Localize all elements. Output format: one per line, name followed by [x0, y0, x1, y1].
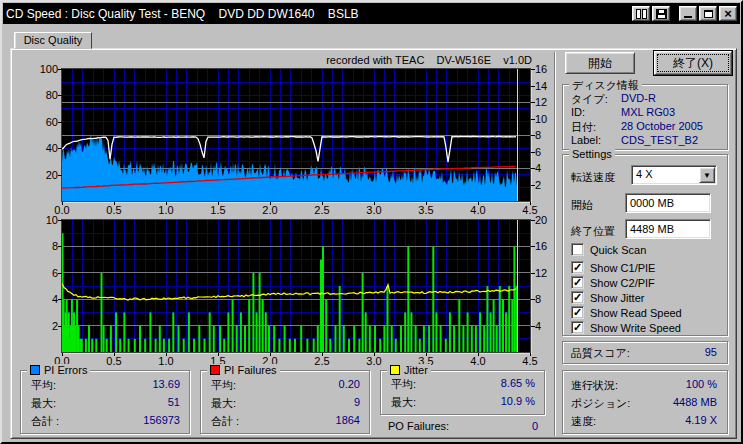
axis-tick-label: 1.0	[151, 355, 181, 367]
stat-label: 平均:	[31, 378, 56, 393]
check-icon: ✓	[573, 262, 582, 273]
stat-label: 平均:	[391, 377, 416, 392]
axis-tick-label: 0.5	[99, 355, 129, 367]
disc-type-label: タイプ:	[571, 92, 608, 107]
axis-tick-label: 40	[24, 142, 58, 154]
progress-box: 進行状況: 100 % ポジション: 4488 MB 速度: 4.19 X	[562, 370, 728, 434]
axis-tick-label: 20	[535, 214, 561, 226]
pi-errors-speed-chart	[61, 68, 531, 202]
disc-info-group: ディスク情報 タイプ: DVD-R ID: MXL RG03 日付: 28 Oc…	[562, 84, 728, 150]
show-write-speed-label: Show Write Speed	[590, 322, 681, 334]
pages-icon	[636, 9, 647, 19]
axis-tick-label: 6	[24, 267, 58, 279]
chevron-down-icon[interactable]: ▼	[699, 167, 715, 183]
minimize-icon	[684, 16, 692, 18]
close-button[interactable]: ×	[719, 6, 737, 21]
axis-tick-mark	[58, 326, 62, 327]
axis-tick-label: 12	[535, 267, 561, 279]
end-position-field[interactable]	[625, 219, 711, 239]
start-position-field[interactable]	[625, 193, 711, 213]
position-label: ポジション:	[571, 396, 630, 411]
start-button[interactable]: 開始	[565, 52, 635, 74]
axis-tick-label: 6	[535, 146, 561, 158]
axis-tick-label: 2.5	[307, 204, 337, 216]
pi-errors-title: PI Errors	[44, 364, 87, 376]
jitter-swatch-icon	[390, 365, 400, 375]
axis-tick-label: 4.0	[463, 204, 493, 216]
po-failures-row: PO Failures: 0	[388, 420, 538, 434]
show-jitter-checkbox[interactable]: ✓	[571, 291, 584, 304]
show-c1-pie-label: Show C1/PIE	[590, 262, 655, 274]
axis-tick-label: 80	[24, 89, 58, 101]
axis-tick-label: 0.5	[99, 204, 129, 216]
axis-tick-mark	[58, 246, 62, 247]
axis-tick-label: 8	[535, 129, 561, 141]
check-icon: ✓	[573, 277, 582, 288]
axis-tick-label: 10	[535, 113, 561, 125]
quick-scan-checkbox[interactable]	[571, 243, 584, 256]
maximize-button[interactable]	[699, 6, 717, 21]
axis-tick-mark	[62, 202, 63, 205]
stat-row: 最大:9	[211, 396, 360, 410]
maximize-icon	[704, 10, 713, 18]
axis-tick-label: 3.0	[359, 355, 389, 367]
stat-label: 合計 :	[31, 414, 59, 429]
axis-tick-mark	[531, 246, 535, 247]
axis-tick-mark	[58, 95, 62, 96]
axis-tick-mark	[531, 168, 535, 169]
transfer-speed-label: 転送速度	[571, 170, 615, 185]
axis-tick-mark	[166, 202, 167, 205]
minimize-button[interactable]	[679, 6, 697, 21]
axis-tick-mark	[322, 353, 323, 356]
show-c2-pif-checkbox[interactable]: ✓	[571, 276, 584, 289]
axis-tick-label: 4	[535, 320, 561, 332]
axis-tick-mark	[58, 122, 62, 123]
progress-value: 100 %	[686, 378, 717, 390]
stat-value: 9	[354, 396, 360, 408]
po-failures-value: 0	[532, 420, 538, 432]
axis-tick-mark	[478, 202, 479, 205]
quick-scan-label: Quick Scan	[590, 244, 646, 256]
end-position-label: 終了位置	[571, 224, 615, 239]
disc-date-value: 28 October 2005	[621, 120, 703, 132]
stat-value: 10.9 %	[501, 395, 535, 407]
axis-tick-label: 4	[24, 293, 58, 305]
disc-label-value: CDS_TEST_B2	[621, 134, 698, 146]
axis-tick-mark	[531, 86, 535, 87]
axis-tick-label: 60	[24, 116, 58, 128]
save-button[interactable]	[652, 6, 670, 21]
axis-tick-mark	[531, 220, 535, 221]
vertical-separator	[554, 52, 556, 436]
stat-value: 156973	[143, 414, 180, 426]
stat-value: 13.69	[152, 378, 180, 390]
axis-tick-mark	[218, 202, 219, 205]
tab-disc-quality[interactable]: Disc Quality	[14, 32, 92, 49]
axis-tick-label: 3.5	[411, 204, 441, 216]
exit-button[interactable]: 終了(X)	[653, 50, 733, 76]
pi-errors-stats-box: PI Errors 平均:13.69 最大:51 合計 :156973	[20, 370, 190, 434]
titlebar-buttons: ×	[632, 6, 737, 21]
axis-tick-label: 1.0	[151, 204, 181, 216]
axis-tick-mark	[531, 152, 535, 153]
show-c2-pif-label: Show C2/PIF	[590, 277, 655, 289]
axis-tick-label: 2	[535, 179, 561, 191]
axis-tick-mark	[531, 273, 535, 274]
position-value: 4488 MB	[673, 396, 717, 408]
show-write-speed-checkbox[interactable]: ✓	[571, 321, 584, 334]
show-read-speed-checkbox[interactable]: ✓	[571, 306, 584, 319]
show-c1-pie-checkbox[interactable]: ✓	[571, 261, 584, 274]
stat-row: 最大:51	[31, 396, 180, 410]
stat-value: 1864	[336, 414, 360, 426]
pi-failures-title: PI Failures	[224, 364, 277, 376]
pi-failures-legend: PI Failures	[207, 364, 280, 376]
compare-button[interactable]	[632, 6, 650, 21]
check-icon: ✓	[573, 322, 582, 333]
axis-tick-mark	[530, 353, 531, 356]
transfer-speed-select[interactable]: 4 X ▼	[631, 165, 717, 185]
pi-failures-stats-box: PI Failures 平均:0.20 最大:9 合計 :1864	[200, 370, 370, 434]
axis-tick-mark	[531, 326, 535, 327]
disc-type-value: DVD-R	[621, 92, 656, 104]
stat-label: 最大:	[211, 396, 236, 411]
title-bar[interactable]: CD Speed : Disc Quality Test - BENQ DVD …	[3, 3, 740, 24]
axis-tick-label: 4.0	[463, 355, 493, 367]
